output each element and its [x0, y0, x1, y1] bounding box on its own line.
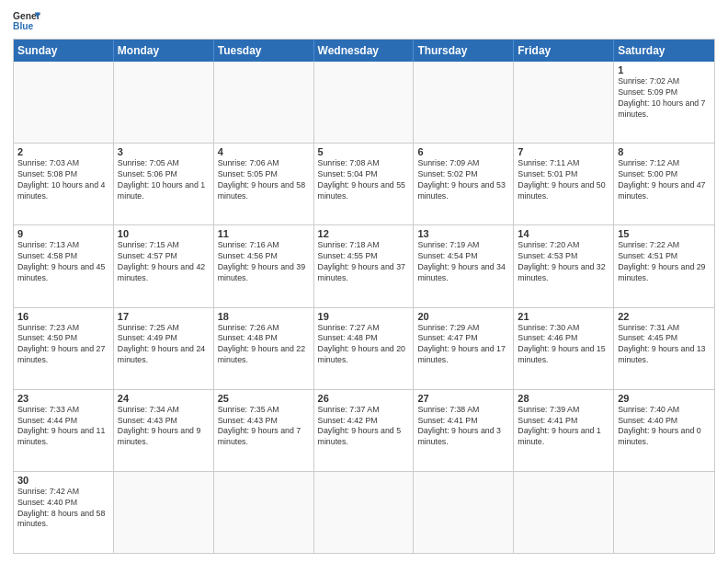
calendar-cell: 22Sunrise: 7:31 AM Sunset: 4:45 PM Dayli… [614, 308, 714, 389]
svg-text:Blue: Blue [13, 21, 34, 31]
sun-info: Sunrise: 7:19 AM Sunset: 4:54 PM Dayligh… [417, 240, 509, 284]
calendar-cell: 12Sunrise: 7:18 AM Sunset: 4:55 PM Dayli… [314, 225, 415, 306]
calendar-cell [514, 472, 614, 553]
sun-info: Sunrise: 7:35 AM Sunset: 4:43 PM Dayligh… [218, 405, 310, 449]
sun-info: Sunrise: 7:03 AM Sunset: 5:08 PM Dayligh… [17, 158, 109, 202]
day-number: 9 [17, 228, 109, 239]
calendar-cell: 16Sunrise: 7:23 AM Sunset: 4:50 PM Dayli… [14, 308, 114, 389]
calendar-cell: 10Sunrise: 7:15 AM Sunset: 4:57 PM Dayli… [114, 225, 214, 306]
calendar-cell: 26Sunrise: 7:37 AM Sunset: 4:42 PM Dayli… [314, 390, 415, 471]
sun-info: Sunrise: 7:06 AM Sunset: 5:05 PM Dayligh… [218, 158, 310, 202]
calendar-cell [314, 472, 415, 553]
day-number: 7 [518, 146, 609, 157]
calendar-cell: 1Sunrise: 7:02 AM Sunset: 5:09 PM Daylig… [614, 62, 714, 143]
calendar-cell [314, 62, 415, 143]
sun-info: Sunrise: 7:27 AM Sunset: 4:48 PM Dayligh… [318, 323, 410, 367]
day-number: 3 [118, 146, 210, 157]
day-number: 13 [417, 228, 509, 239]
sun-info: Sunrise: 7:12 AM Sunset: 5:00 PM Dayligh… [618, 158, 711, 202]
sun-info: Sunrise: 7:42 AM Sunset: 4:40 PM Dayligh… [17, 487, 109, 531]
sun-info: Sunrise: 7:30 AM Sunset: 4:46 PM Dayligh… [518, 323, 609, 367]
calendar-cell: 29Sunrise: 7:40 AM Sunset: 4:40 PM Dayli… [614, 390, 714, 471]
day-number: 10 [118, 228, 210, 239]
calendar-cell: 11Sunrise: 7:16 AM Sunset: 4:56 PM Dayli… [214, 225, 314, 306]
sun-info: Sunrise: 7:18 AM Sunset: 4:55 PM Dayligh… [318, 240, 410, 284]
day-number: 2 [17, 146, 109, 157]
sun-info: Sunrise: 7:33 AM Sunset: 4:44 PM Dayligh… [17, 405, 109, 449]
calendar-cell: 7Sunrise: 7:11 AM Sunset: 5:01 PM Daylig… [514, 144, 614, 224]
day-number: 23 [17, 393, 109, 404]
calendar-cell: 30Sunrise: 7:42 AM Sunset: 4:40 PM Dayli… [14, 472, 114, 553]
header: General Blue [13, 9, 715, 33]
day-number: 29 [618, 393, 711, 404]
calendar-header: SundayMondayTuesdayWednesdayThursdayFrid… [14, 40, 714, 62]
calendar-cell: 9Sunrise: 7:13 AM Sunset: 4:58 PM Daylig… [14, 225, 114, 306]
day-number: 4 [218, 146, 310, 157]
calendar-cell [214, 472, 314, 553]
header-day-wednesday: Wednesday [314, 40, 415, 62]
day-number: 26 [318, 393, 410, 404]
calendar-cell: 13Sunrise: 7:19 AM Sunset: 4:54 PM Dayli… [414, 225, 514, 306]
day-number: 14 [518, 228, 609, 239]
day-number: 5 [318, 146, 410, 157]
calendar-cell: 2Sunrise: 7:03 AM Sunset: 5:08 PM Daylig… [14, 144, 114, 224]
calendar-cell: 25Sunrise: 7:35 AM Sunset: 4:43 PM Dayli… [214, 390, 314, 471]
sun-info: Sunrise: 7:29 AM Sunset: 4:47 PM Dayligh… [417, 323, 509, 367]
day-number: 11 [218, 228, 310, 239]
sun-info: Sunrise: 7:20 AM Sunset: 4:53 PM Dayligh… [518, 240, 609, 284]
sun-info: Sunrise: 7:08 AM Sunset: 5:04 PM Dayligh… [318, 158, 410, 202]
header-day-tuesday: Tuesday [214, 40, 314, 62]
day-number: 27 [417, 393, 509, 404]
day-number: 25 [218, 393, 310, 404]
calendar-row-4: 23Sunrise: 7:33 AM Sunset: 4:44 PM Dayli… [14, 389, 714, 471]
header-day-thursday: Thursday [414, 40, 514, 62]
sun-info: Sunrise: 7:13 AM Sunset: 4:58 PM Dayligh… [17, 240, 109, 284]
calendar-cell: 24Sunrise: 7:34 AM Sunset: 4:43 PM Dayli… [114, 390, 214, 471]
day-number: 8 [618, 146, 711, 157]
calendar-cell: 20Sunrise: 7:29 AM Sunset: 4:47 PM Dayli… [414, 308, 514, 389]
sun-info: Sunrise: 7:31 AM Sunset: 4:45 PM Dayligh… [618, 323, 711, 367]
calendar-cell: 18Sunrise: 7:26 AM Sunset: 4:48 PM Dayli… [214, 308, 314, 389]
calendar-cell: 8Sunrise: 7:12 AM Sunset: 5:00 PM Daylig… [614, 144, 714, 224]
sun-info: Sunrise: 7:38 AM Sunset: 4:41 PM Dayligh… [417, 405, 509, 449]
day-number: 21 [518, 311, 609, 322]
page: General Blue SundayMondayTuesdayWednesda… [0, 0, 728, 563]
calendar-cell: 23Sunrise: 7:33 AM Sunset: 4:44 PM Dayli… [14, 390, 114, 471]
calendar-cell: 4Sunrise: 7:06 AM Sunset: 5:05 PM Daylig… [214, 144, 314, 224]
day-number: 28 [518, 393, 609, 404]
day-number: 12 [318, 228, 410, 239]
header-day-friday: Friday [514, 40, 614, 62]
sun-info: Sunrise: 7:25 AM Sunset: 4:49 PM Dayligh… [118, 323, 210, 367]
header-day-sunday: Sunday [14, 40, 114, 62]
calendar-cell: 21Sunrise: 7:30 AM Sunset: 4:46 PM Dayli… [514, 308, 614, 389]
day-number: 22 [618, 311, 711, 322]
sun-info: Sunrise: 7:09 AM Sunset: 5:02 PM Dayligh… [417, 158, 509, 202]
day-number: 1 [618, 64, 711, 75]
calendar-cell: 17Sunrise: 7:25 AM Sunset: 4:49 PM Dayli… [114, 308, 214, 389]
calendar-row-3: 16Sunrise: 7:23 AM Sunset: 4:50 PM Dayli… [14, 307, 714, 389]
sun-info: Sunrise: 7:11 AM Sunset: 5:01 PM Dayligh… [518, 158, 609, 202]
calendar-cell [14, 62, 114, 143]
generalblue-logo-icon: General Blue [13, 9, 40, 33]
calendar-cell [414, 62, 514, 143]
calendar-body: 1Sunrise: 7:02 AM Sunset: 5:09 PM Daylig… [14, 62, 714, 553]
day-number: 6 [417, 146, 509, 157]
calendar-row-2: 9Sunrise: 7:13 AM Sunset: 4:58 PM Daylig… [14, 224, 714, 306]
sun-info: Sunrise: 7:40 AM Sunset: 4:40 PM Dayligh… [618, 405, 711, 449]
sun-info: Sunrise: 7:15 AM Sunset: 4:57 PM Dayligh… [118, 240, 210, 284]
sun-info: Sunrise: 7:23 AM Sunset: 4:50 PM Dayligh… [17, 323, 109, 367]
calendar-cell: 15Sunrise: 7:22 AM Sunset: 4:51 PM Dayli… [614, 225, 714, 306]
day-number: 17 [118, 311, 210, 322]
sun-info: Sunrise: 7:22 AM Sunset: 4:51 PM Dayligh… [618, 240, 711, 284]
calendar-row-1: 2Sunrise: 7:03 AM Sunset: 5:08 PM Daylig… [14, 143, 714, 224]
calendar-cell: 28Sunrise: 7:39 AM Sunset: 4:41 PM Dayli… [514, 390, 614, 471]
calendar: SundayMondayTuesdayWednesdayThursdayFrid… [13, 39, 715, 554]
day-number: 24 [118, 393, 210, 404]
calendar-cell: 19Sunrise: 7:27 AM Sunset: 4:48 PM Dayli… [314, 308, 415, 389]
day-number: 16 [17, 311, 109, 322]
calendar-cell [214, 62, 314, 143]
day-number: 18 [218, 311, 310, 322]
day-number: 15 [618, 228, 711, 239]
sun-info: Sunrise: 7:37 AM Sunset: 4:42 PM Dayligh… [318, 405, 410, 449]
day-number: 30 [17, 475, 109, 486]
